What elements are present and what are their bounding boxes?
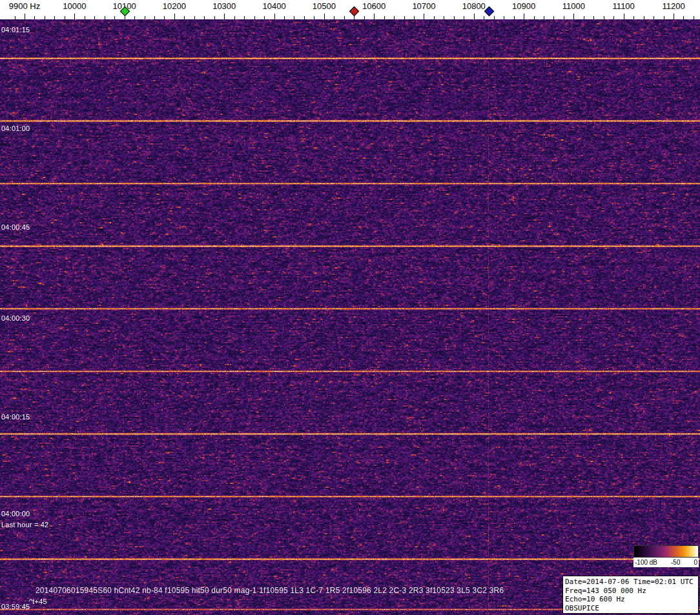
freq-tick (294, 16, 294, 19)
colorbar-labels: -100 dB -50 0 (633, 558, 699, 567)
freq-label: 10500 (313, 1, 336, 11)
cursor-note-label: ^t+45 (29, 598, 47, 605)
freq-tick (264, 16, 265, 19)
freq-tick (45, 16, 45, 19)
info-line-echo: Echo=10 600 Hz (565, 595, 696, 604)
freq-tick (34, 16, 35, 19)
info-line-date: Date=2014-07-06 Time=02:01 UTC (565, 578, 696, 587)
freq-label: 10700 (412, 1, 435, 11)
freq-tick (114, 16, 115, 19)
freq-tick (184, 16, 185, 19)
freq-tick (454, 16, 455, 19)
colorbar-gradient (633, 545, 699, 558)
freq-tick (244, 16, 245, 19)
freq-tick (474, 14, 475, 19)
freq-label: 10800 (462, 1, 486, 11)
freq-tick (484, 16, 484, 19)
freq-tick (464, 16, 464, 19)
event-annotation: 20140706015945S60 hCnt42 nb-84 f10595 hi… (36, 586, 504, 595)
freq-tick (105, 16, 105, 19)
freq-tick (694, 16, 694, 19)
freq-tick (504, 16, 504, 19)
freq-tick (74, 14, 75, 19)
freq-tick (564, 16, 564, 19)
freq-tick (254, 16, 255, 19)
freq-tick (214, 16, 215, 19)
freq-tick (633, 16, 634, 19)
freq-tick (593, 16, 594, 19)
freq-tick (304, 16, 305, 19)
spectrogram-canvas[interactable] (0, 19, 700, 615)
time-label: 04:00:15 (1, 413, 30, 421)
freq-tick (234, 16, 235, 19)
freq-label: 10900 (512, 1, 535, 11)
colorbar-label-mid: -50 (671, 559, 680, 566)
freq-tick (25, 14, 25, 19)
freq-tick (164, 16, 165, 19)
freq-tick (354, 16, 355, 19)
freq-tick (364, 16, 365, 19)
freq-tick (85, 16, 85, 19)
freq-tick (154, 16, 155, 19)
freq-tick (134, 16, 135, 19)
freq-tick (424, 14, 424, 19)
freq-label: 10300 (212, 1, 236, 11)
freq-tick (434, 16, 435, 19)
freq-label: 11200 (662, 1, 685, 11)
freq-tick (174, 14, 175, 19)
time-label: 04:00:30 (1, 314, 30, 322)
freq-tick (145, 16, 145, 19)
frequency-ruler[interactable]: 9900 Hz100001010010200103001040010500106… (0, 0, 700, 19)
freq-label: 11100 (613, 1, 635, 11)
freq-label: 10000 (63, 1, 86, 11)
freq-tick (284, 16, 285, 19)
freq-tick (224, 14, 225, 19)
freq-tick (683, 16, 684, 19)
colorbar-label-min: -100 dB (635, 559, 657, 566)
freq-tick (514, 16, 515, 19)
freq-tick (314, 16, 314, 19)
freq-tick (394, 16, 395, 19)
freq-tick (644, 16, 644, 19)
freq-tick (404, 16, 405, 19)
freq-tick (414, 16, 415, 19)
last-hour-counter: Last hour = 42 (1, 521, 48, 529)
freq-tick (604, 16, 604, 19)
freq-label: 10600 (362, 1, 386, 11)
time-label: 04:00:45 (1, 223, 30, 231)
info-line-freq: Freq=143 050 000 Hz (565, 587, 696, 596)
freq-tick (15, 16, 15, 19)
red-marker-diamond-icon[interactable] (349, 6, 360, 17)
freq-tick (664, 16, 664, 19)
freq-tick (274, 14, 275, 19)
freq-tick (65, 16, 65, 19)
info-line-station: OBSUPICE (565, 604, 696, 613)
freq-tick (654, 16, 654, 19)
freq-label: 9900 Hz (9, 1, 40, 11)
freq-tick (534, 16, 535, 19)
spectrogram-app-window: 9900 Hz100001010010200103001040010500106… (0, 0, 700, 615)
time-label: 03:59:45 (1, 603, 30, 610)
freq-tick (54, 16, 55, 19)
freq-label: 10400 (262, 1, 285, 11)
freq-tick (624, 14, 624, 19)
freq-tick (344, 16, 345, 19)
freq-tick (204, 16, 205, 19)
freq-label: 10200 (163, 1, 186, 11)
time-label: 04:01:00 (1, 125, 30, 132)
freq-tick (384, 16, 385, 19)
freq-tick (374, 14, 375, 19)
freq-tick (494, 16, 495, 19)
freq-tick (444, 16, 444, 19)
freq-tick (573, 14, 574, 19)
freq-tick (334, 16, 335, 19)
db-colorbar: -100 dB -50 0 (633, 545, 699, 567)
freq-tick (674, 14, 674, 19)
freq-tick (544, 16, 544, 19)
colorbar-label-max: 0 (694, 559, 697, 566)
time-label: 04:01:15 (1, 26, 30, 34)
freq-tick (194, 16, 195, 19)
freq-tick (553, 16, 554, 19)
blue-marker-diamond-icon[interactable] (484, 6, 495, 17)
freq-tick (94, 16, 95, 19)
